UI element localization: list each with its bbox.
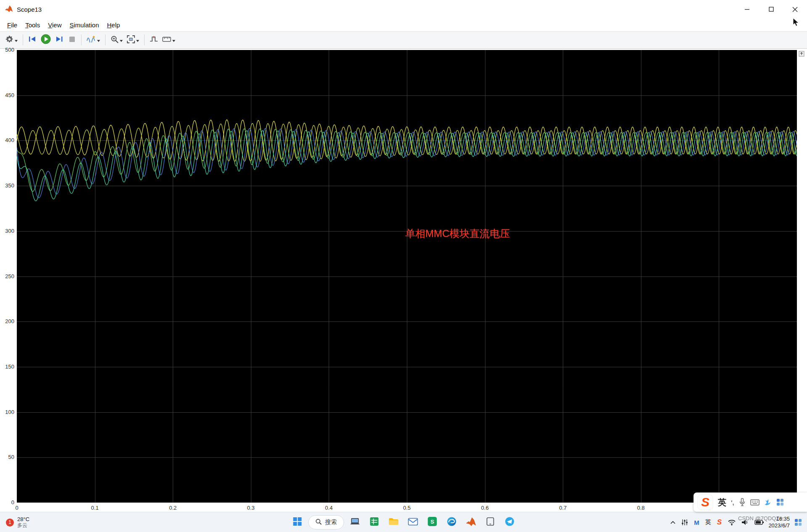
search-icon xyxy=(316,519,322,526)
toolbar-settings-button[interactable] xyxy=(3,33,20,47)
x-tick-label: 0.8 xyxy=(637,505,645,511)
ime-mode-indicator[interactable]: 英 xyxy=(718,497,726,508)
scope-toolbar xyxy=(0,31,807,49)
toolbar-separator xyxy=(23,34,23,45)
chevron-down-icon[interactable] xyxy=(136,36,139,44)
mail-app-icon xyxy=(408,518,418,527)
tablet-app-icon xyxy=(486,517,495,528)
y-tick-label: 50 xyxy=(0,454,14,460)
settings-icon xyxy=(5,35,13,45)
tray-wifi-icon[interactable] xyxy=(727,516,737,529)
toolbar-zoom-button[interactable] xyxy=(108,33,125,47)
taskbar-start-button[interactable] xyxy=(289,514,306,531)
y-tick-label: 350 xyxy=(0,182,14,189)
clock-time: 16:35 xyxy=(768,516,790,522)
matlab-icon xyxy=(5,5,13,14)
x-tick-label: 0.6 xyxy=(481,505,489,511)
ime-punctuation-icon[interactable]: ', xyxy=(731,499,734,506)
y-tick-label: 150 xyxy=(0,363,14,370)
weather-text: 28°C 多云 xyxy=(17,516,29,529)
toolbar-run-button[interactable] xyxy=(39,33,53,47)
taskbar-mail-button[interactable] xyxy=(405,514,422,531)
menu-tools[interactable]: Tools xyxy=(21,20,44,30)
toolbar-separator xyxy=(81,34,82,45)
taskbar-matlab-button[interactable] xyxy=(463,514,480,531)
taskbar-folder-button[interactable] xyxy=(385,514,402,531)
chevron-down-icon[interactable] xyxy=(97,36,100,44)
chevron-down-icon[interactable] xyxy=(15,36,18,44)
trigger-icon xyxy=(150,36,158,44)
skin-icon[interactable] xyxy=(764,499,772,506)
plot-right-strip xyxy=(797,49,807,512)
taskbar: 1 28°C 多云 搜索S M英S16:352023/6/7 xyxy=(0,512,807,532)
screen: Scope13 FileToolsViewSimulationHelp 0501… xyxy=(0,0,807,532)
scope-plot-canvas[interactable] xyxy=(17,50,797,503)
laptop-app-icon xyxy=(350,517,360,527)
fit-view-icon xyxy=(127,35,135,45)
tray-mail-m-icon[interactable]: M xyxy=(693,516,700,529)
menu-simulation[interactable]: Simulation xyxy=(66,20,103,30)
taskbar-search[interactable]: 搜索 xyxy=(309,515,344,529)
s-app-app-icon: S xyxy=(428,517,437,528)
taskbar-laptop-button[interactable] xyxy=(347,514,364,531)
x-tick-label: 0.1 xyxy=(91,505,99,511)
toolbar-rewind-button[interactable] xyxy=(26,33,39,47)
weather-condition: 多云 xyxy=(17,523,29,529)
keyboard-icon[interactable] xyxy=(750,499,760,506)
toolbar-separator xyxy=(144,34,145,45)
taskbar-tablet-button[interactable] xyxy=(482,514,499,531)
chevron-down-icon[interactable] xyxy=(172,36,175,44)
toolbar-fit-view-button[interactable] xyxy=(125,33,141,47)
run-icon xyxy=(41,34,51,46)
toolbox-icon[interactable] xyxy=(776,498,784,506)
notification-badge: 1 xyxy=(6,519,14,527)
taskbar-clock[interactable]: 16:352023/6/7 xyxy=(768,516,790,529)
tray-mixer-icon[interactable] xyxy=(680,516,689,529)
menu-file[interactable]: File xyxy=(3,20,21,30)
folder-app-icon xyxy=(389,517,399,527)
svg-text:S: S xyxy=(701,495,709,509)
sogou-logo[interactable]: S xyxy=(697,494,713,510)
chevron-down-icon[interactable] xyxy=(120,36,123,44)
titlebar: Scope13 xyxy=(0,0,807,18)
taskbar-s-app-button[interactable]: S xyxy=(424,514,441,531)
y-tick-label: 500 xyxy=(0,47,14,53)
toolbar-separator xyxy=(105,34,105,45)
taskbar-blue-plane-button[interactable] xyxy=(501,514,518,531)
tray-chevron-up-icon[interactable] xyxy=(669,516,677,529)
taskbar-edge-button[interactable] xyxy=(443,514,460,531)
clock-date: 2023/6/7 xyxy=(768,522,790,529)
y-tick-label: 450 xyxy=(0,92,14,98)
minimize-button[interactable] xyxy=(735,0,759,18)
toolbar-trigger-button[interactable] xyxy=(148,33,160,47)
search-label: 搜索 xyxy=(325,519,337,526)
toolbar-highlight-signal-button[interactable] xyxy=(84,33,102,47)
tray-volume-icon[interactable] xyxy=(741,516,750,529)
spreadsheet-app-icon xyxy=(370,517,379,528)
mic-icon[interactable] xyxy=(739,498,746,506)
weather-widget[interactable]: 1 28°C 多云 xyxy=(6,512,29,532)
edge-app-icon xyxy=(447,517,456,528)
axes-panner-button[interactable] xyxy=(798,50,805,57)
y-tick-label: 300 xyxy=(0,228,14,234)
menu-view[interactable]: View xyxy=(44,20,65,30)
tray-lang-icon[interactable]: 英 xyxy=(704,516,712,529)
menu-help[interactable]: Help xyxy=(103,20,124,30)
plot-annotation: 单相MMC模块直流电压 xyxy=(405,227,510,240)
close-button[interactable] xyxy=(783,0,807,18)
title-group: Scope13 xyxy=(0,5,735,14)
x-tick-label: 0.4 xyxy=(325,505,332,511)
toolbar-step-forward-button[interactable] xyxy=(53,33,66,47)
tray-toolbox-icon[interactable] xyxy=(794,516,803,529)
toolbar-measurements-button[interactable] xyxy=(160,33,177,47)
maximize-button[interactable] xyxy=(759,0,783,18)
taskbar-spreadsheet-button[interactable] xyxy=(366,514,383,531)
start-icon xyxy=(293,517,302,528)
x-tick-label: 0 xyxy=(15,505,18,511)
toolbar-stop-button[interactable] xyxy=(66,33,78,47)
tray-battery-icon[interactable] xyxy=(754,516,765,529)
weather-temperature: 28°C xyxy=(17,516,29,523)
step-forward-icon xyxy=(55,36,63,44)
x-tick-label: 0.2 xyxy=(169,505,177,511)
tray-sogou-s-icon[interactable]: S xyxy=(715,516,723,529)
